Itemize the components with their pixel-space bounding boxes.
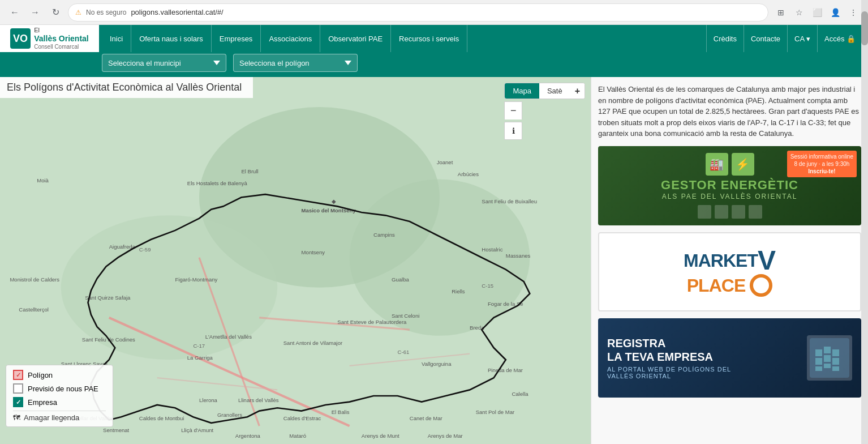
bookmark-button[interactable]: ☆: [791, 5, 807, 20]
svg-text:Monistrol de Calders: Monistrol de Calders: [10, 276, 59, 283]
svg-text:C-61: C-61: [398, 349, 410, 355]
svg-text:Els Hostalets de Balenyà: Els Hostalets de Balenyà: [187, 180, 248, 186]
profile-button[interactable]: 👤: [827, 5, 843, 20]
map-legend: ✓ Polígon Previsió de nous PAE ✓ Empresa…: [6, 365, 113, 427]
right-panel-description: El Vallès Oriental és de les comarques d…: [598, 84, 861, 139]
nav-credits[interactable]: Crèdits: [706, 25, 744, 52]
scrollbar[interactable]: [861, 77, 868, 444]
gestor-badge: Sessió informativa online 8 de juny · a …: [787, 151, 857, 177]
legend-poligon-label: Polígon: [28, 371, 53, 379]
svg-text:Sant Celoni: Sant Celoni: [392, 313, 419, 319]
svg-text:Arenys de Mar: Arenys de Mar: [428, 433, 463, 439]
zoom-out-button[interactable]: −: [504, 101, 522, 119]
legend-item-poligon: ✓ Polígon: [13, 370, 106, 380]
svg-text:Sant Antoni de Vilamajor: Sant Antoni de Vilamajor: [283, 340, 343, 346]
svg-text:Calella: Calella: [512, 391, 528, 397]
svg-text:Figaró-Montmany: Figaró-Montmany: [175, 276, 218, 283]
nav-item-observatori[interactable]: Observatori PAE: [320, 25, 391, 52]
svg-rect-79: [824, 364, 831, 368]
svg-text:Canet de Mar: Canet de Mar: [410, 415, 443, 421]
nav-item-inici[interactable]: Inici: [102, 25, 131, 52]
svg-text:Arbúcies: Arbúcies: [458, 171, 479, 177]
poligon-select[interactable]: Selecciona el polígon: [233, 54, 358, 72]
map-type-satelite[interactable]: Satè: [539, 83, 570, 99]
marketplace-place: PLACE: [687, 276, 745, 294]
nav-item-oferta[interactable]: Oferta naus i solars: [131, 25, 212, 52]
marketplace-v: V: [758, 247, 776, 274]
logo-el: El: [34, 27, 89, 34]
svg-text:Pineda de Mar: Pineda de Mar: [488, 367, 523, 373]
menu-button[interactable]: ⋮: [845, 5, 861, 20]
back-button[interactable]: ←: [7, 5, 23, 20]
svg-text:Hostalric: Hostalric: [482, 246, 502, 253]
translate-button[interactable]: ⊞: [773, 5, 789, 20]
registra-text: REGISTRALA TEVA EMPRESA AL PORTAL WEB DE…: [607, 336, 731, 379]
map-info-button[interactable]: ℹ: [504, 122, 522, 140]
legend-hide-button[interactable]: 🗺 Amagar llegenda: [13, 411, 106, 422]
forward-button[interactable]: →: [27, 5, 43, 20]
svg-text:C-59: C-59: [139, 246, 151, 253]
svg-text:Arenys de Munt: Arenys de Munt: [362, 433, 399, 439]
svg-text:Joanet: Joanet: [437, 159, 453, 165]
banner-marketplace[interactable]: MARKET V PLACE: [598, 232, 861, 311]
gestor-title: GESTOR ENERGÈTIC: [661, 178, 798, 193]
top-nav: VO El Vallès Oriental Consell Comarcal I…: [0, 25, 868, 52]
banner-gestor[interactable]: Sessió informativa online 8 de juny · a …: [598, 146, 861, 225]
nav-lang[interactable]: CA ▾: [787, 25, 817, 52]
address-bar[interactable]: ⚠ No es seguro poligons.vallesoriental.c…: [68, 3, 768, 22]
logo-area[interactable]: VO El Vallès Oriental Consell Comarcal: [0, 25, 99, 52]
nav-acces[interactable]: Accés 🔒: [817, 25, 862, 52]
gestor-subtitle: ALS PAE DEL VALLÈS ORIENTAL: [662, 193, 798, 200]
browser-chrome: ← → ↻ ⚠ No es seguro poligons.vallesorie…: [0, 0, 868, 25]
svg-text:El Brull: El Brull: [241, 168, 258, 174]
svg-rect-75: [815, 358, 822, 365]
svg-rect-73: [824, 347, 831, 353]
map-type-plus[interactable]: +: [570, 83, 585, 99]
page: VO El Vallès Oriental Consell Comarcal I…: [0, 25, 868, 444]
registra-image: [807, 335, 852, 381]
svg-text:Montseny: Montseny: [302, 249, 325, 255]
map-type-mapa[interactable]: Mapa: [505, 83, 539, 99]
map-container[interactable]: Els Polígons d'Activitat Econòmica al Va…: [0, 77, 591, 444]
main-nav: Inici Oferta naus i solars Empreses Asso…: [102, 25, 467, 52]
logo-consell: Consell Comarcal: [34, 44, 89, 50]
legend-hide-icon: 🗺: [13, 413, 20, 422]
svg-text:L'Ametlla del Vallès: L'Ametlla del Vallès: [205, 334, 252, 340]
svg-text:VO: VO: [13, 33, 28, 44]
svg-text:Caldes d'Estrac: Caldes d'Estrac: [283, 415, 321, 421]
logo-icon: VO: [10, 28, 31, 49]
svg-text:C-17: C-17: [193, 343, 205, 349]
banner-registra[interactable]: REGISTRALA TEVA EMPRESA AL PORTAL WEB DE…: [598, 318, 861, 398]
reload-button[interactable]: ↻: [48, 5, 63, 20]
nav-contacte[interactable]: Contacte: [744, 25, 787, 52]
svg-text:Castellterçol: Castellterçol: [19, 306, 49, 313]
svg-text:Granollers: Granollers: [217, 412, 242, 418]
legend-item-empresa: ✓ Empresa: [13, 397, 106, 407]
svg-rect-74: [832, 349, 839, 356]
map-type-toggle: Mapa Satè +: [504, 83, 585, 99]
tab-button[interactable]: ⬜: [809, 5, 825, 20]
marketplace-content: MARKET V: [684, 247, 776, 274]
registra-subtitle: AL PORTAL WEB DE POLÍGONS DELVALLÈS ORIE…: [607, 366, 731, 379]
svg-text:Gualba: Gualba: [392, 276, 409, 283]
dropdowns-bar: Selecciona el municipi Selecciona el pol…: [0, 52, 868, 77]
svg-text:Campins: Campins: [373, 232, 395, 238]
svg-rect-72: [815, 349, 822, 356]
svg-text:Riells: Riells: [452, 288, 465, 294]
url-text: poligons.vallesoriental.cat/#/: [131, 8, 761, 16]
nav-item-empreses[interactable]: Empreses: [212, 25, 261, 52]
legend-hide-label: Amagar llegenda: [24, 413, 79, 422]
municipio-select[interactable]: Selecciona el municipi: [102, 54, 226, 72]
svg-text:Sant Esteve de Palautordera: Sant Esteve de Palautordera: [337, 319, 407, 325]
svg-text:Sentmenat: Sentmenat: [103, 427, 130, 433]
svg-rect-77: [832, 358, 839, 365]
svg-text:Vallgorguina: Vallgorguina: [422, 361, 452, 367]
nav-item-associacions[interactable]: Associacions: [261, 25, 320, 52]
nav-item-recursos[interactable]: Recursos i serveis: [391, 25, 467, 52]
legend-empresa-icon: ✓: [13, 397, 23, 407]
svg-rect-80: [832, 366, 839, 371]
svg-text:Llinars del Vallès: Llinars del Vallès: [238, 397, 279, 403]
svg-text:Mataró: Mataró: [289, 433, 306, 439]
svg-rect-78: [815, 366, 822, 371]
logo-valles: Vallès Oriental: [34, 34, 89, 44]
